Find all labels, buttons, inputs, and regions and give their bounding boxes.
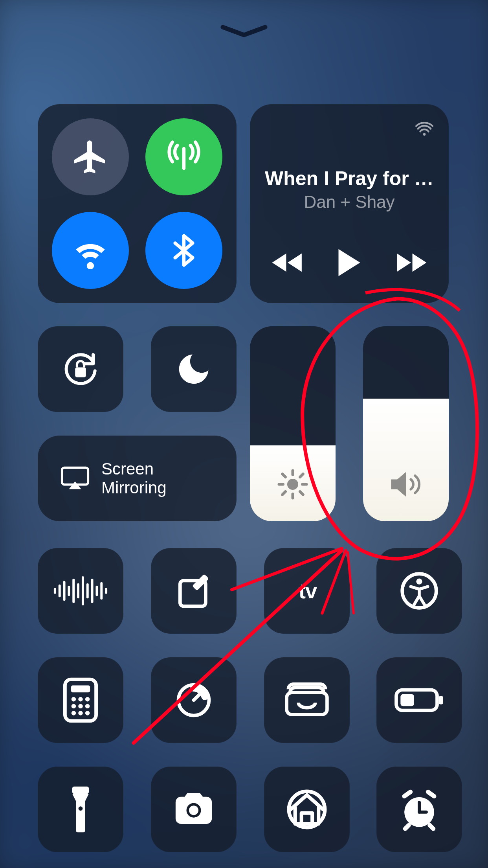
svg-point-48 xyxy=(189,805,198,815)
svg-point-0 xyxy=(423,133,426,136)
camera-icon xyxy=(170,791,217,828)
screen-mirroring-label: Screen Mirroring xyxy=(101,460,167,498)
alarm-icon xyxy=(396,788,442,831)
media-artist: Dan + Shay xyxy=(304,192,394,212)
low-power-mode-icon xyxy=(394,686,445,714)
home-icon xyxy=(285,788,328,831)
bluetooth-toggle[interactable] xyxy=(145,212,222,289)
svg-point-30 xyxy=(72,697,76,701)
play-button[interactable] xyxy=(336,247,363,280)
calculator-button[interactable] xyxy=(38,657,123,743)
screen-mirroring-label-line1: Screen xyxy=(101,460,167,478)
svg-point-46 xyxy=(79,806,83,811)
svg-line-9 xyxy=(300,492,303,495)
airplay-audio-icon xyxy=(413,116,435,138)
svg-point-37 xyxy=(78,711,83,715)
camera-button[interactable] xyxy=(151,767,237,852)
svg-point-27 xyxy=(416,579,422,585)
svg-point-35 xyxy=(85,704,90,708)
volume-fill xyxy=(363,399,449,521)
do-not-disturb-icon xyxy=(174,349,213,389)
screen-mirroring-label-line2: Mirroring xyxy=(101,478,167,497)
svg-rect-44 xyxy=(400,694,414,706)
do-not-disturb-toggle[interactable] xyxy=(151,326,237,412)
timer-button[interactable] xyxy=(151,657,237,743)
svg-rect-43 xyxy=(439,696,443,704)
flashlight-icon xyxy=(67,784,94,835)
home-button[interactable] xyxy=(264,767,350,852)
screen-mirroring-button[interactable]: Screen Mirroring xyxy=(38,436,237,521)
svg-line-40 xyxy=(194,693,200,700)
wallet-button[interactable] xyxy=(264,657,350,743)
airplane-mode-toggle[interactable] xyxy=(52,118,129,195)
svg-rect-41 xyxy=(287,693,327,715)
rewind-button[interactable] xyxy=(271,251,305,276)
notes-icon xyxy=(173,570,214,611)
wallet-icon xyxy=(283,682,330,718)
calculator-icon xyxy=(63,677,98,723)
voice-memos-icon xyxy=(51,575,110,607)
apple-tv-remote-button[interactable]: tv xyxy=(264,548,350,634)
volume-slider[interactable] xyxy=(363,326,449,521)
svg-point-32 xyxy=(85,697,90,701)
rewind-icon xyxy=(271,251,305,274)
chevron-down-icon xyxy=(220,25,268,38)
dismiss-chevron[interactable] xyxy=(220,24,268,39)
forward-button[interactable] xyxy=(394,251,428,276)
accessibility-icon xyxy=(399,570,440,611)
svg-point-34 xyxy=(78,704,83,708)
svg-line-11 xyxy=(300,474,303,477)
bluetooth-icon xyxy=(166,233,202,268)
svg-rect-29 xyxy=(71,686,90,693)
svg-line-56 xyxy=(430,825,433,829)
svg-line-54 xyxy=(428,792,434,796)
connectivity-module[interactable] xyxy=(38,104,237,303)
brightness-slider[interactable] xyxy=(250,326,336,521)
alarm-button[interactable] xyxy=(376,767,462,852)
airplay-video-icon xyxy=(60,464,90,493)
notes-button[interactable] xyxy=(151,548,237,634)
svg-point-36 xyxy=(72,711,76,715)
svg-line-55 xyxy=(405,825,409,829)
svg-rect-1 xyxy=(75,367,86,377)
volume-icon xyxy=(387,468,424,502)
play-icon xyxy=(336,247,363,278)
svg-point-3 xyxy=(287,479,298,490)
wifi-icon xyxy=(69,229,112,272)
svg-line-8 xyxy=(283,474,286,477)
svg-line-10 xyxy=(283,492,286,495)
airplay-audio-button[interactable] xyxy=(413,116,435,140)
svg-line-53 xyxy=(404,792,411,796)
orientation-lock-icon xyxy=(59,348,102,391)
timer-icon xyxy=(173,680,214,721)
svg-rect-45 xyxy=(72,787,89,794)
apple-tv-label: tv xyxy=(299,579,317,603)
svg-point-38 xyxy=(85,711,90,715)
media-module[interactable]: When I Pray for Y... Dan + Shay xyxy=(250,104,449,303)
airplane-icon xyxy=(71,137,110,177)
brightness-icon xyxy=(276,468,309,502)
forward-icon xyxy=(394,251,428,274)
apple-tv-remote-icon: tv xyxy=(297,579,317,603)
low-power-mode-toggle[interactable] xyxy=(376,657,462,743)
wifi-toggle[interactable] xyxy=(52,212,129,289)
media-track-title: When I Pray for Y... xyxy=(265,167,434,190)
orientation-lock-toggle[interactable] xyxy=(38,326,123,412)
cellular-data-toggle[interactable] xyxy=(145,118,222,195)
voice-memos-button[interactable] xyxy=(38,548,123,634)
accessibility-shortcut-button[interactable] xyxy=(376,548,462,634)
cellular-icon xyxy=(164,137,204,177)
svg-point-33 xyxy=(72,704,76,708)
flashlight-button[interactable] xyxy=(38,767,123,852)
svg-point-31 xyxy=(78,697,83,701)
